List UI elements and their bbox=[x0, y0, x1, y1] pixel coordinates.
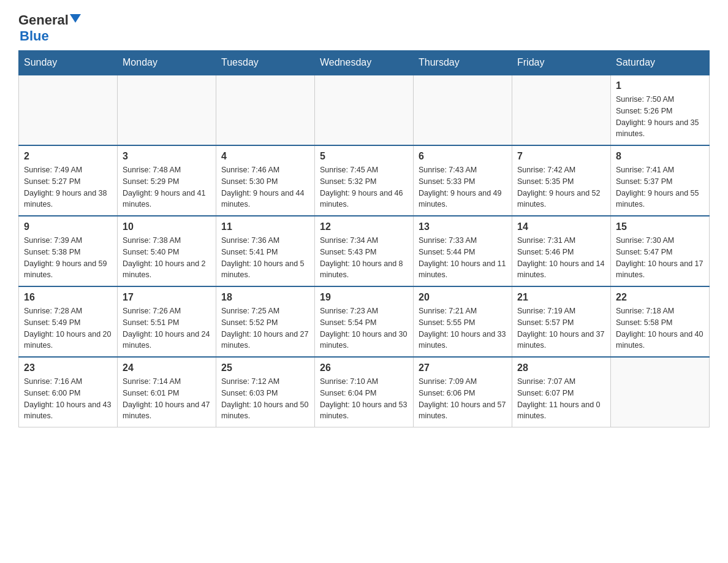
day-of-week-header: Saturday bbox=[611, 51, 710, 75]
logo: General Blue bbox=[18, 12, 81, 44]
logo-general: General bbox=[18, 12, 69, 28]
day-info: Sunrise: 7:23 AMSunset: 5:54 PMDaylight:… bbox=[320, 305, 408, 351]
day-info: Sunrise: 7:34 AMSunset: 5:43 PMDaylight:… bbox=[320, 235, 408, 281]
day-number: 18 bbox=[221, 292, 309, 303]
logo-blue: Blue bbox=[20, 28, 49, 44]
calendar-cell: 3Sunrise: 7:48 AMSunset: 5:29 PMDaylight… bbox=[118, 145, 216, 216]
calendar-cell bbox=[315, 75, 414, 145]
day-number: 17 bbox=[123, 292, 211, 303]
day-number: 25 bbox=[221, 362, 309, 373]
calendar-cell: 24Sunrise: 7:14 AMSunset: 6:01 PMDayligh… bbox=[118, 357, 216, 427]
calendar-cell: 11Sunrise: 7:36 AMSunset: 5:41 PMDayligh… bbox=[216, 216, 315, 286]
day-number: 26 bbox=[320, 362, 408, 373]
day-info: Sunrise: 7:26 AMSunset: 5:51 PMDaylight:… bbox=[123, 305, 211, 351]
calendar-cell: 8Sunrise: 7:41 AMSunset: 5:37 PMDaylight… bbox=[611, 145, 710, 216]
day-number: 2 bbox=[24, 151, 112, 162]
day-info: Sunrise: 7:36 AMSunset: 5:41 PMDaylight:… bbox=[221, 235, 309, 281]
calendar-cell: 5Sunrise: 7:45 AMSunset: 5:32 PMDaylight… bbox=[315, 145, 414, 216]
calendar-cell: 19Sunrise: 7:23 AMSunset: 5:54 PMDayligh… bbox=[315, 286, 414, 357]
day-info: Sunrise: 7:21 AMSunset: 5:55 PMDaylight:… bbox=[419, 305, 507, 351]
calendar-cell: 6Sunrise: 7:43 AMSunset: 5:33 PMDaylight… bbox=[414, 145, 512, 216]
day-info: Sunrise: 7:25 AMSunset: 5:52 PMDaylight:… bbox=[221, 305, 309, 351]
calendar-week-row: 16Sunrise: 7:28 AMSunset: 5:49 PMDayligh… bbox=[19, 286, 710, 357]
calendar-cell bbox=[414, 75, 512, 145]
day-info: Sunrise: 7:33 AMSunset: 5:44 PMDaylight:… bbox=[419, 235, 507, 281]
day-number: 7 bbox=[517, 151, 605, 162]
calendar-cell: 28Sunrise: 7:07 AMSunset: 6:07 PMDayligh… bbox=[512, 357, 611, 427]
calendar-cell bbox=[118, 75, 216, 145]
day-number: 21 bbox=[517, 292, 605, 303]
calendar-cell: 13Sunrise: 7:33 AMSunset: 5:44 PMDayligh… bbox=[414, 216, 512, 286]
calendar-week-row: 23Sunrise: 7:16 AMSunset: 6:00 PMDayligh… bbox=[19, 357, 710, 427]
day-number: 16 bbox=[24, 292, 112, 303]
day-number: 12 bbox=[320, 221, 408, 232]
calendar-cell: 7Sunrise: 7:42 AMSunset: 5:35 PMDaylight… bbox=[512, 145, 611, 216]
day-number: 13 bbox=[419, 221, 507, 232]
calendar-cell bbox=[611, 357, 710, 427]
day-of-week-header: Tuesday bbox=[216, 51, 315, 75]
calendar-cell: 20Sunrise: 7:21 AMSunset: 5:55 PMDayligh… bbox=[414, 286, 512, 357]
calendar-cell: 22Sunrise: 7:18 AMSunset: 5:58 PMDayligh… bbox=[611, 286, 710, 357]
day-number: 8 bbox=[616, 151, 704, 162]
calendar-week-row: 1Sunrise: 7:50 AMSunset: 5:26 PMDaylight… bbox=[19, 75, 710, 145]
day-number: 3 bbox=[123, 151, 211, 162]
day-number: 11 bbox=[221, 221, 309, 232]
day-number: 1 bbox=[616, 80, 704, 91]
day-info: Sunrise: 7:50 AMSunset: 5:26 PMDaylight:… bbox=[616, 94, 704, 140]
calendar-cell: 1Sunrise: 7:50 AMSunset: 5:26 PMDaylight… bbox=[611, 75, 710, 145]
day-info: Sunrise: 7:43 AMSunset: 5:33 PMDaylight:… bbox=[419, 164, 507, 210]
day-info: Sunrise: 7:46 AMSunset: 5:30 PMDaylight:… bbox=[221, 164, 309, 210]
day-info: Sunrise: 7:14 AMSunset: 6:01 PMDaylight:… bbox=[123, 376, 211, 422]
logo-triangle-icon bbox=[70, 14, 81, 23]
day-info: Sunrise: 7:42 AMSunset: 5:35 PMDaylight:… bbox=[517, 164, 605, 210]
day-info: Sunrise: 7:28 AMSunset: 5:49 PMDaylight:… bbox=[24, 305, 112, 351]
day-info: Sunrise: 7:07 AMSunset: 6:07 PMDaylight:… bbox=[517, 376, 605, 422]
calendar-cell: 27Sunrise: 7:09 AMSunset: 6:06 PMDayligh… bbox=[414, 357, 512, 427]
day-number: 28 bbox=[517, 362, 605, 373]
day-number: 23 bbox=[24, 362, 112, 373]
calendar-cell: 15Sunrise: 7:30 AMSunset: 5:47 PMDayligh… bbox=[611, 216, 710, 286]
day-number: 5 bbox=[320, 151, 408, 162]
day-number: 20 bbox=[419, 292, 507, 303]
day-info: Sunrise: 7:16 AMSunset: 6:00 PMDaylight:… bbox=[24, 376, 112, 422]
calendar-cell: 4Sunrise: 7:46 AMSunset: 5:30 PMDaylight… bbox=[216, 145, 315, 216]
calendar-week-row: 9Sunrise: 7:39 AMSunset: 5:38 PMDaylight… bbox=[19, 216, 710, 286]
calendar-week-row: 2Sunrise: 7:49 AMSunset: 5:27 PMDaylight… bbox=[19, 145, 710, 216]
day-info: Sunrise: 7:30 AMSunset: 5:47 PMDaylight:… bbox=[616, 235, 704, 281]
day-of-week-header: Thursday bbox=[414, 51, 512, 75]
calendar-cell: 23Sunrise: 7:16 AMSunset: 6:00 PMDayligh… bbox=[19, 357, 118, 427]
day-of-week-header: Sunday bbox=[19, 51, 118, 75]
calendar-cell: 16Sunrise: 7:28 AMSunset: 5:49 PMDayligh… bbox=[19, 286, 118, 357]
calendar-cell: 12Sunrise: 7:34 AMSunset: 5:43 PMDayligh… bbox=[315, 216, 414, 286]
calendar-header-row: SundayMondayTuesdayWednesdayThursdayFrid… bbox=[19, 51, 710, 75]
day-info: Sunrise: 7:12 AMSunset: 6:03 PMDaylight:… bbox=[221, 376, 309, 422]
day-number: 19 bbox=[320, 292, 408, 303]
day-of-week-header: Wednesday bbox=[315, 51, 414, 75]
day-of-week-header: Monday bbox=[118, 51, 216, 75]
calendar-cell bbox=[512, 75, 611, 145]
calendar-table: SundayMondayTuesdayWednesdayThursdayFrid… bbox=[18, 50, 710, 427]
day-of-week-header: Friday bbox=[512, 51, 611, 75]
calendar-cell: 17Sunrise: 7:26 AMSunset: 5:51 PMDayligh… bbox=[118, 286, 216, 357]
day-number: 15 bbox=[616, 221, 704, 232]
day-number: 9 bbox=[24, 221, 112, 232]
calendar-cell: 18Sunrise: 7:25 AMSunset: 5:52 PMDayligh… bbox=[216, 286, 315, 357]
day-number: 6 bbox=[419, 151, 507, 162]
day-number: 27 bbox=[419, 362, 507, 373]
day-number: 4 bbox=[221, 151, 309, 162]
day-number: 22 bbox=[616, 292, 704, 303]
day-info: Sunrise: 7:41 AMSunset: 5:37 PMDaylight:… bbox=[616, 164, 704, 210]
calendar-cell: 14Sunrise: 7:31 AMSunset: 5:46 PMDayligh… bbox=[512, 216, 611, 286]
day-info: Sunrise: 7:18 AMSunset: 5:58 PMDaylight:… bbox=[616, 305, 704, 351]
day-info: Sunrise: 7:45 AMSunset: 5:32 PMDaylight:… bbox=[320, 164, 408, 210]
calendar-cell bbox=[216, 75, 315, 145]
day-info: Sunrise: 7:31 AMSunset: 5:46 PMDaylight:… bbox=[517, 235, 605, 281]
day-info: Sunrise: 7:39 AMSunset: 5:38 PMDaylight:… bbox=[24, 235, 112, 281]
page-header: General Blue bbox=[18, 12, 710, 44]
day-info: Sunrise: 7:10 AMSunset: 6:04 PMDaylight:… bbox=[320, 376, 408, 422]
calendar-cell: 2Sunrise: 7:49 AMSunset: 5:27 PMDaylight… bbox=[19, 145, 118, 216]
day-info: Sunrise: 7:48 AMSunset: 5:29 PMDaylight:… bbox=[123, 164, 211, 210]
day-info: Sunrise: 7:38 AMSunset: 5:40 PMDaylight:… bbox=[123, 235, 211, 281]
day-info: Sunrise: 7:09 AMSunset: 6:06 PMDaylight:… bbox=[419, 376, 507, 422]
calendar-cell: 26Sunrise: 7:10 AMSunset: 6:04 PMDayligh… bbox=[315, 357, 414, 427]
